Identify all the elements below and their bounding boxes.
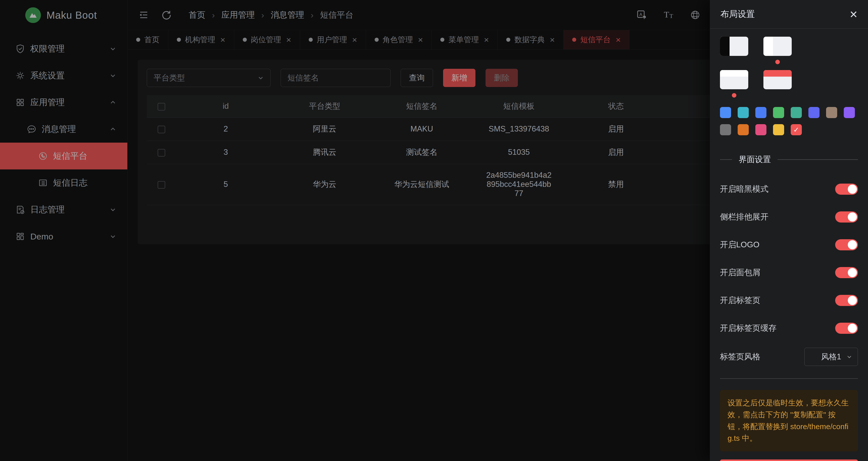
settings-list: 开启暗黑模式 侧栏排他展开 开启LOGO 开启面包屑 开启标签页 开启标签页缓存 — [720, 175, 858, 371]
layout-option-light-header[interactable] — [720, 70, 748, 102]
theme-color-swatch[interactable] — [755, 107, 767, 118]
copy-config-button[interactable]: 复制配置 — [720, 460, 858, 461]
settings-note: 设置之后仅是临时生效，要想永久生效，需点击下方的 "复制配置" 按钮，将配置替换… — [720, 390, 858, 452]
theme-color-swatch[interactable] — [773, 124, 784, 135]
layout-settings-drawer: 布局设置 × — [710, 0, 868, 461]
check-icon: ✓ — [793, 126, 799, 134]
theme-color-swatch[interactable] — [738, 107, 749, 118]
theme-color-swatch[interactable] — [844, 107, 855, 118]
theme-color-swatch[interactable] — [791, 107, 802, 118]
section-divider: 界面设置 — [720, 154, 858, 165]
setting-label: 开启面包屑 — [720, 267, 761, 278]
layout-thumb-light-header[interactable] — [720, 70, 748, 89]
drawer-header: 布局设置 × — [710, 0, 868, 29]
theme-color-swatches: ✓ — [720, 107, 858, 135]
divider-line — [720, 378, 858, 379]
setting-label: 标签页风格 — [720, 351, 761, 363]
setting-label: 开启标签页缓存 — [720, 323, 777, 334]
selected-dot — [775, 60, 780, 64]
close-icon[interactable]: × — [850, 7, 858, 21]
breadcrumb-toggle[interactable] — [835, 267, 858, 278]
tabs-cache-toggle[interactable] — [835, 323, 858, 334]
section-divider-label: 界面设置 — [739, 154, 771, 165]
layout-option-light-sidebar[interactable] — [764, 37, 792, 68]
theme-color-swatch-selected[interactable]: ✓ — [791, 124, 802, 135]
theme-color-swatch[interactable] — [755, 124, 767, 135]
setting-tab-style: 标签页风格 风格1 — [720, 342, 858, 371]
layout-thumb-primary-header[interactable] — [764, 70, 792, 89]
layout-option-dark-sidebar[interactable] — [720, 37, 748, 68]
setting-label: 开启暗黑模式 — [720, 183, 769, 195]
selected-dot — [732, 93, 736, 97]
layout-thumbnails — [720, 37, 858, 102]
theme-color-swatch[interactable] — [720, 124, 731, 135]
setting-label: 侧栏排他展开 — [720, 211, 769, 223]
setting-sidebar-accordion: 侧栏排他展开 — [720, 203, 858, 231]
dark-mode-toggle[interactable] — [835, 183, 858, 195]
layout-thumb-dark-sidebar[interactable] — [720, 37, 748, 56]
theme-color-swatch[interactable] — [826, 107, 837, 118]
setting-tabs: 开启标签页 — [720, 287, 858, 314]
setting-label: 开启标签页 — [720, 295, 761, 306]
setting-breadcrumb: 开启面包屑 — [720, 259, 858, 287]
tabs-toggle[interactable] — [835, 295, 858, 306]
layout-thumb-light-sidebar[interactable] — [764, 37, 792, 56]
tab-style-value: 风格1 — [821, 351, 841, 362]
theme-color-swatch[interactable] — [773, 107, 784, 118]
theme-color-swatch[interactable] — [738, 124, 749, 135]
setting-tabs-cache: 开启标签页缓存 — [720, 314, 858, 342]
logo-toggle[interactable] — [835, 239, 858, 250]
setting-label: 开启LOGO — [720, 239, 760, 250]
tab-style-select[interactable]: 风格1 — [804, 348, 858, 366]
setting-dark-mode: 开启暗黑模式 — [720, 175, 858, 203]
chevron-down-icon — [846, 353, 852, 360]
layout-option-primary-header[interactable] — [764, 70, 792, 102]
drawer-body: ✓ 界面设置 开启暗黑模式 侧栏排他展开 开启LOGO 开启面包屑 — [710, 29, 868, 461]
drawer-title: 布局设置 — [720, 8, 755, 20]
sidebar-accordion-toggle[interactable] — [835, 211, 858, 223]
setting-logo: 开启LOGO — [720, 231, 858, 259]
theme-color-swatch[interactable] — [808, 107, 819, 118]
theme-color-swatch[interactable] — [720, 107, 731, 118]
